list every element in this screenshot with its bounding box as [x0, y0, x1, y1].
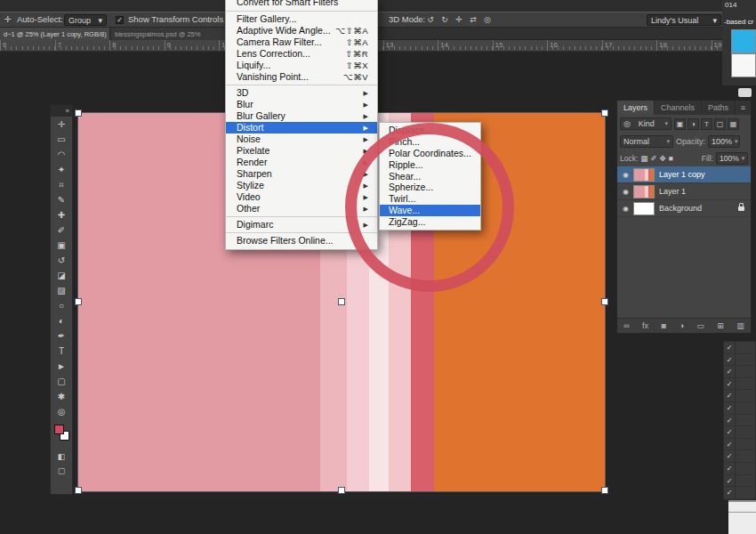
panel-menu-icon[interactable]: ≡ — [737, 101, 749, 115]
checkmark-icon[interactable]: ✓ — [724, 487, 736, 498]
workspace-dropdown[interactable]: Lindy's Usual ▾ — [647, 14, 721, 26]
tool-button[interactable]: ◪ — [51, 268, 72, 283]
tool-button[interactable]: ✎ — [51, 192, 72, 207]
menu-item-submenu[interactable]: 3D ▶ — [226, 87, 377, 99]
layers-action-icon[interactable]: ◑ — [679, 321, 683, 330]
filter-type-icon[interactable]: ▣ — [674, 118, 686, 130]
tool-button[interactable]: ⌗ — [51, 177, 72, 192]
checkmark-icon[interactable]: ✓ — [724, 402, 736, 414]
transform-handle[interactable] — [338, 487, 345, 494]
layer-row[interactable]: ◉ Background — [617, 200, 751, 217]
menu-item[interactable]: Lens Correction... ⇧⌘R — [226, 48, 377, 60]
menu-item-clipped[interactable]: Convert for Smart Filters — [226, 0, 377, 9]
transform-handle[interactable] — [75, 298, 82, 305]
tool-button[interactable]: ◠ — [51, 147, 72, 162]
tool-button[interactable]: ► — [51, 359, 72, 374]
layers-action-icon[interactable]: ∞ — [623, 321, 629, 330]
menu-item-submenu[interactable]: Blur ▶ — [226, 99, 377, 110]
checkmark-icon[interactable]: ✓ — [724, 450, 736, 462]
transform-handle[interactable] — [601, 109, 608, 117]
lock-option-icon[interactable]: ✥ — [659, 154, 665, 163]
auto-select-dropdown[interactable]: Group ▾ — [64, 14, 107, 26]
menu-item[interactable]: Vanishing Point... ⌥⌘V — [226, 71, 377, 83]
layers-action-icon[interactable]: ▥ — [736, 321, 744, 330]
lock-option-icon[interactable]: ✐ — [650, 154, 656, 163]
filter-type-icon[interactable]: ▢ — [714, 118, 726, 130]
tool-button[interactable]: ✦ — [51, 162, 72, 177]
3d-mode-icon[interactable]: ◎ — [482, 14, 493, 26]
menu-item[interactable]: Camera Raw Filter... ⇧⌘A — [226, 36, 377, 48]
menu-item-submenu[interactable]: Pixelate ▶ — [226, 145, 377, 157]
tool-button[interactable]: ○ — [51, 298, 72, 313]
layers-action-icon[interactable]: ⊞ — [717, 321, 724, 330]
lock-option-icon[interactable]: ■ — [669, 154, 673, 163]
filter-type-icon[interactable]: ◑ — [688, 118, 699, 130]
layer-filter-dropdown[interactable]: ◎ Kind ▾ — [620, 117, 672, 130]
checkmark-icon[interactable]: ✓ — [724, 475, 736, 487]
visibility-eye-icon[interactable]: ◉ — [620, 205, 631, 213]
layers-action-icon[interactable]: ▭ — [696, 321, 704, 330]
panel-tab[interactable]: Layers — [617, 101, 655, 115]
tool-button[interactable]: ◧ — [51, 449, 72, 464]
transform-handle[interactable] — [75, 487, 82, 494]
checkmark-icon[interactable]: ✓ — [724, 415, 736, 426]
menu-item-submenu[interactable]: Blur Gallery ▶ — [226, 110, 377, 122]
document-tab-active[interactable]: d~1 @ 25% (Layer 1 copy, RGB/8) × — [0, 28, 110, 40]
tool-button[interactable]: ◎ — [51, 404, 72, 419]
transform-handle[interactable] — [75, 109, 82, 117]
checkmark-icon[interactable]: ✓ — [724, 366, 736, 377]
filter-type-icon[interactable]: T — [701, 118, 712, 130]
foreground-color-swatch[interactable] — [54, 425, 64, 434]
checkmark-icon[interactable]: ✓ — [724, 426, 736, 438]
3d-mode-icon[interactable]: ✛ — [454, 14, 464, 26]
visibility-eye-icon[interactable]: ◉ — [620, 188, 631, 196]
tool-button[interactable]: T — [51, 344, 72, 359]
layer-thumbnail[interactable] — [633, 185, 655, 198]
layer-thumbnail[interactable] — [633, 168, 655, 182]
menu-item[interactable]: Liquify... ⇧⌘X — [226, 60, 377, 71]
white-swatch[interactable] — [731, 53, 756, 77]
transform-handle[interactable] — [601, 298, 608, 305]
tool-button[interactable]: ▣ — [51, 238, 72, 253]
checkmark-icon[interactable]: ✓ — [724, 390, 736, 401]
opacity-dropdown[interactable]: 100% ▾ — [708, 135, 740, 148]
collapse-panels-button[interactable] — [738, 88, 752, 97]
tool-button[interactable]: ✒ — [51, 328, 72, 344]
toolbar-collapse-icon[interactable]: » — [51, 106, 72, 117]
tool-button[interactable]: ▢ — [51, 374, 72, 389]
checkmark-icon[interactable]: ✓ — [724, 439, 736, 450]
lock-option-icon[interactable]: ▦ — [640, 154, 647, 163]
show-transform-checkbox[interactable]: ✓ — [116, 16, 124, 24]
tool-button[interactable]: ✚ — [51, 207, 72, 222]
tool-button[interactable]: ✐ — [51, 222, 72, 238]
blend-mode-dropdown[interactable]: Normal ▾ — [620, 135, 673, 148]
3d-mode-icon[interactable]: ⇄ — [468, 14, 479, 26]
layer-row[interactable]: ◉ Layer 1 — [617, 183, 751, 200]
tool-button[interactable]: ✱ — [51, 389, 72, 404]
checkmark-icon[interactable]: ✓ — [724, 378, 736, 390]
3d-mode-icon[interactable]: ↺ — [425, 14, 436, 26]
checkmark-icon[interactable]: ✓ — [724, 463, 736, 474]
tool-button[interactable]: ▨ — [51, 283, 72, 298]
filter-type-icon[interactable]: ▦ — [728, 118, 739, 130]
layers-action-icon[interactable]: ◙ — [662, 321, 666, 330]
panel-tab[interactable]: Channels — [655, 101, 702, 115]
checkmark-icon[interactable]: ✓ — [724, 342, 736, 353]
tool-button[interactable]: ◐ — [51, 313, 72, 328]
layers-action-icon[interactable]: fx — [642, 321, 648, 330]
visibility-eye-icon[interactable]: ◉ — [620, 171, 631, 179]
tool-button[interactable]: ▭ — [51, 132, 72, 147]
checkmark-icon[interactable]: ✓ — [724, 354, 736, 366]
menu-item-submenu[interactable]: Distort ▶ — [226, 122, 377, 134]
blue-swatch[interactable] — [731, 29, 756, 53]
transform-handle[interactable] — [601, 487, 608, 494]
3d-mode-icon[interactable]: ↻ — [439, 14, 450, 26]
tool-button[interactable]: ▢ — [51, 464, 72, 478]
menu-item-submenu[interactable]: Noise ▶ — [226, 134, 377, 145]
menu-item[interactable]: Filter Gallery... — [226, 13, 377, 25]
layer-row[interactable]: ◉ Layer 1 copy — [617, 166, 751, 183]
layer-thumbnail[interactable] — [633, 202, 655, 215]
fill-dropdown[interactable]: 100% ▾ — [716, 152, 748, 165]
transform-handle[interactable] — [338, 298, 345, 305]
menu-item[interactable]: Adaptive Wide Angle... ⌥⇧⌘A — [226, 25, 377, 36]
